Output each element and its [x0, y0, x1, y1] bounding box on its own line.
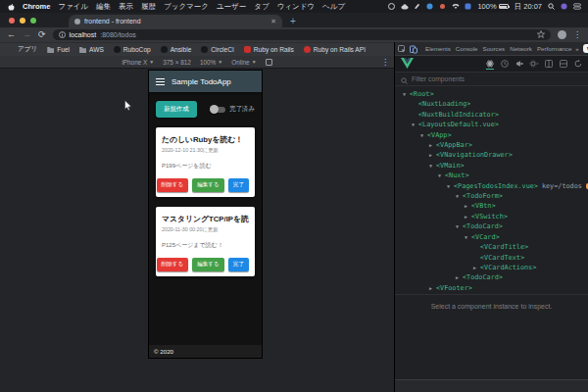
tree-toggle-icon[interactable]: ▶ — [456, 272, 463, 282]
forward-icon[interactable]: → — [23, 30, 31, 39]
tree-toggle-icon[interactable]: ▼ — [438, 171, 445, 180]
component-tree-row[interactable]: ▼<LayoutsDefault.vue> — [395, 120, 588, 129]
window-zoom-button[interactable] — [30, 18, 36, 24]
component-tree-row[interactable]: ▼<PagesTodosIndex.vue>key=/todosrouter-v… — [395, 181, 588, 191]
menubar-item[interactable]: タブ — [254, 2, 269, 12]
bookmark-item[interactable]: Ruby on Rails — [244, 46, 294, 53]
component-tree-row[interactable]: ▶<VFooter> — [395, 283, 588, 293]
menubar-item[interactable]: ファイル — [58, 2, 88, 12]
bookmark-item[interactable]: Ruby on Rails API — [304, 46, 366, 53]
wifi-icon[interactable] — [452, 3, 459, 10]
component-tree-row[interactable]: ▼<TodoCard> — [395, 221, 588, 231]
dot-status-icon[interactable] — [439, 3, 446, 10]
component-tree-row[interactable]: ▶<VBtn> — [395, 201, 588, 211]
tab-console[interactable]: Console — [456, 45, 478, 52]
tab-elements[interactable]: Elements — [425, 45, 451, 52]
menubar-item[interactable]: ヘルプ — [322, 2, 345, 12]
tree-toggle-icon[interactable]: ▶ — [429, 283, 436, 293]
menubar-item[interactable]: 表示 — [119, 2, 133, 12]
globe-icon[interactable] — [426, 3, 433, 10]
tab-performance[interactable]: Performance — [537, 45, 571, 52]
tree-toggle-icon[interactable]: ▼ — [403, 89, 410, 99]
bookmark-item[interactable]: アプリ — [8, 45, 37, 54]
back-icon[interactable]: ← — [7, 30, 16, 39]
bookmark-item[interactable]: Fuel — [47, 46, 70, 53]
component-tree-row[interactable]: ▼<VCard> — [395, 232, 588, 242]
vue-events-tab-icon[interactable] — [515, 59, 523, 70]
tab-vue[interactable]: Vue — [583, 44, 588, 53]
menubar-item[interactable]: ユーザー — [217, 2, 246, 12]
component-tree-row[interactable]: <NuxtBuildIndicator> — [395, 110, 588, 120]
pen-icon[interactable] — [414, 3, 420, 10]
device-toolbar-menu-icon[interactable]: ⋮ — [381, 58, 389, 67]
site-info-icon[interactable] — [59, 31, 66, 39]
vue-settings-icon[interactable] — [530, 59, 538, 70]
apple-menu-icon[interactable] — [8, 3, 15, 10]
component-tree-row[interactable]: ▶<VAppBar> — [395, 140, 588, 150]
menubar-app-name[interactable]: Chrome — [23, 2, 50, 11]
browser-tab[interactable]: frontend - frontend ✕ — [69, 15, 282, 27]
more-tabs-icon[interactable]: » — [575, 45, 578, 52]
vue-components-tab-icon[interactable] — [486, 59, 494, 70]
tree-toggle-icon[interactable]: ▶ — [465, 201, 471, 211]
panel-layout-icon[interactable] — [545, 59, 553, 70]
devtools-drawer-bar[interactable] — [395, 379, 588, 392]
component-tree-row[interactable]: ▶<VSwitch> — [395, 212, 588, 221]
menubar-item[interactable]: 履歴 — [141, 2, 156, 12]
tree-toggle-icon[interactable]: ▼ — [429, 161, 436, 171]
complete-todo-button[interactable]: 完了 — [228, 258, 249, 271]
create-todo-button[interactable]: 新規作成 — [156, 101, 197, 118]
tab-sources[interactable]: Sources — [483, 45, 506, 52]
bluetooth-display-icon[interactable] — [465, 3, 471, 10]
delete-todo-button[interactable]: 削除する — [157, 258, 189, 271]
window-close-button[interactable] — [9, 18, 15, 24]
tree-toggle-icon[interactable]: ▼ — [456, 221, 463, 231]
component-tree-row[interactable]: ▶<VNavigationDrawer> — [395, 150, 588, 160]
battery-indicator[interactable]: 100% — [477, 2, 508, 11]
tree-toggle-icon[interactable]: ▼ — [420, 130, 427, 140]
tree-toggle-icon[interactable]: ▶ — [473, 263, 480, 272]
tab-network[interactable]: Network — [510, 45, 532, 52]
window-minimize-button[interactable] — [20, 18, 25, 24]
control-center-icon[interactable] — [573, 3, 580, 10]
tree-toggle-icon[interactable]: ▼ — [456, 191, 463, 201]
zoom-select[interactable]: 100%▼ — [200, 59, 222, 66]
tree-toggle-icon[interactable]: ▼ — [465, 232, 471, 242]
tree-toggle-icon[interactable]: ▶ — [429, 140, 436, 150]
circle-status-icon[interactable] — [388, 3, 395, 10]
profile-avatar[interactable] — [558, 30, 566, 39]
tree-toggle-icon[interactable]: ▶ — [429, 150, 436, 160]
component-tree-row[interactable]: ▼<VMain> — [395, 161, 588, 171]
bookmark-item[interactable]: CircleCI — [201, 46, 233, 53]
hamburger-menu-icon[interactable] — [156, 78, 165, 85]
new-tab-button[interactable]: + — [290, 15, 296, 27]
siri-icon[interactable] — [561, 3, 567, 10]
component-tree-row[interactable]: <NuxtLoading> — [395, 99, 588, 109]
tree-toggle-icon[interactable]: ▶ — [465, 212, 471, 221]
reload-icon[interactable]: ⟳ — [38, 30, 46, 39]
tree-toggle-icon[interactable]: ▼ — [447, 181, 454, 191]
component-tree-row[interactable]: ▼<Nuxt> — [395, 171, 588, 180]
inspect-element-icon[interactable] — [398, 45, 406, 53]
delete-todo-button[interactable]: 削除する — [157, 178, 189, 192]
device-dimensions[interactable]: 375 × 812 — [163, 59, 191, 66]
component-tree-row[interactable]: <VCardText> — [395, 253, 588, 263]
component-tree-row[interactable]: ▼<TodoForm> — [395, 191, 588, 201]
chrome-menu-icon[interactable]: ⋮ — [573, 30, 581, 39]
edit-todo-button[interactable]: 編集する — [192, 258, 224, 271]
bookmark-item[interactable]: AWS — [79, 46, 104, 53]
menubar-clock[interactable]: 日 20:07 — [514, 2, 542, 12]
rotate-device-icon[interactable] — [266, 59, 272, 66]
menubar-item[interactable]: ウィンドウ — [277, 2, 315, 12]
panel-layout-alt-icon[interactable] — [560, 59, 567, 70]
tab-close-icon[interactable]: ✕ — [270, 18, 276, 25]
refresh-icon[interactable] — [574, 59, 582, 70]
menubar-item[interactable]: ブックマーク — [164, 2, 209, 12]
component-tree-row[interactable]: ▶<TodoCard> — [395, 272, 588, 282]
edit-todo-button[interactable]: 編集する — [192, 178, 224, 192]
bookmark-star-icon[interactable] — [537, 30, 545, 39]
complete-todo-button[interactable]: 完了 — [228, 178, 249, 192]
device-toggle-icon[interactable] — [410, 45, 417, 53]
component-tree-row[interactable]: ▼<Root> — [395, 89, 588, 99]
vue-vuex-tab-icon[interactable] — [501, 59, 509, 70]
